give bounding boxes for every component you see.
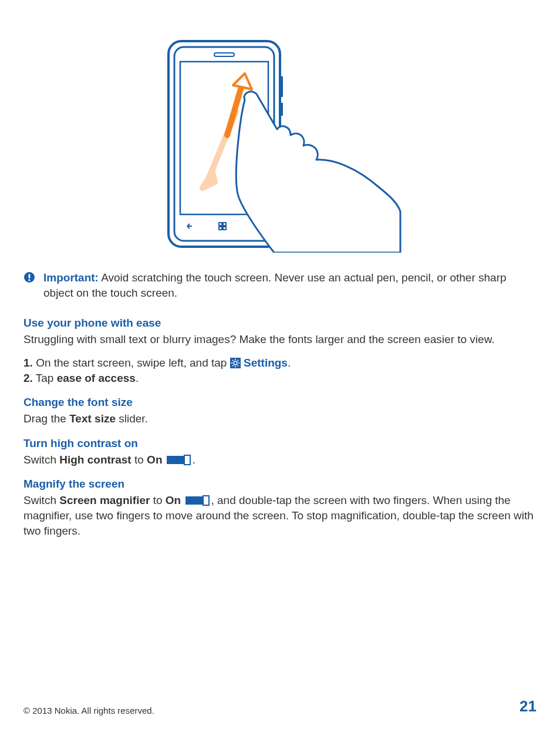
step-1: 1. On the start screen, swipe left, and … — [23, 355, 537, 371]
svg-marker-13 — [233, 73, 252, 89]
phone-swipe-illustration — [23, 35, 537, 253]
copyright-text: © 2013 Nokia. All rights reserved. — [23, 706, 154, 716]
svg-rect-8 — [280, 76, 283, 97]
svg-rect-30 — [203, 496, 209, 505]
section-heading-fontsize: Change the font size — [23, 396, 537, 409]
toggle-on-icon — [167, 455, 191, 465]
step-2: 2. Tap ease of access. — [23, 371, 537, 386]
step-number: 1. — [23, 357, 33, 369]
svg-rect-7 — [223, 227, 226, 230]
section-heading-ease: Use your phone with ease — [23, 317, 537, 330]
step-number: 2. — [23, 372, 33, 384]
svg-marker-11 — [203, 172, 215, 188]
svg-rect-29 — [186, 497, 203, 504]
toggle-on-icon — [185, 495, 210, 506]
section-heading-magnify: Magnify the screen — [23, 478, 537, 491]
page-number: 21 — [519, 697, 537, 716]
page-footer: © 2013 Nokia. All rights reserved. 21 — [23, 697, 537, 716]
magnify-body: Switch Screen magnifier to On , and doub… — [23, 493, 537, 538]
important-notice: Important: Avoid scratching the touch sc… — [23, 270, 537, 300]
alert-icon — [23, 271, 35, 283]
svg-rect-2 — [214, 53, 234, 56]
svg-rect-6 — [219, 227, 222, 230]
svg-point-16 — [28, 279, 30, 281]
important-text: Important: Avoid scratching the touch sc… — [43, 270, 537, 300]
svg-rect-28 — [184, 455, 190, 465]
svg-rect-27 — [167, 456, 184, 463]
settings-icon — [230, 358, 241, 368]
settings-label: Settings — [244, 357, 288, 369]
document-page: Important: Avoid scratching the touch sc… — [0, 0, 560, 739]
fontsize-body: Drag the Text size slider. — [23, 411, 537, 426]
svg-rect-15 — [29, 274, 31, 279]
svg-rect-9 — [280, 103, 283, 116]
section-intro: Struggling with small text or blurry ima… — [23, 332, 537, 347]
contrast-body: Switch High contrast to On . — [23, 452, 537, 468]
section-heading-contrast: Turn high contrast on — [23, 437, 537, 450]
important-label: Important: — [43, 271, 99, 284]
important-body: Avoid scratching the touch screen. Never… — [43, 271, 507, 299]
svg-rect-4 — [219, 223, 222, 226]
svg-rect-5 — [223, 223, 226, 226]
